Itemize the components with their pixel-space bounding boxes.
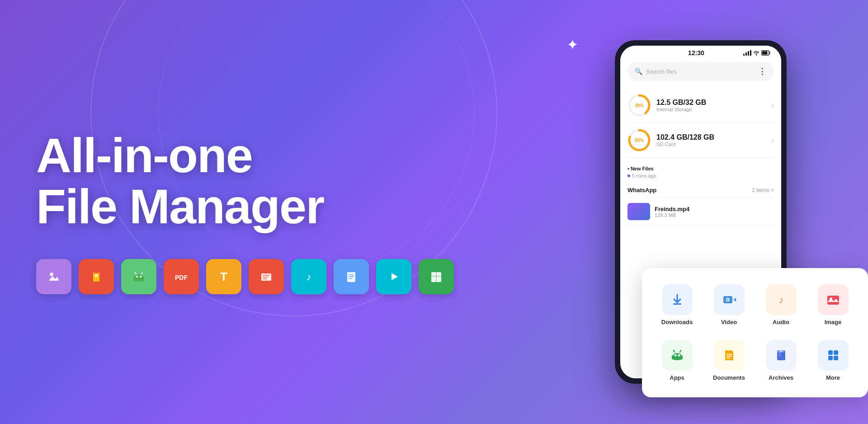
downloads-icon-wrap xyxy=(662,284,693,315)
image-file-icon xyxy=(36,259,71,294)
svg-rect-44 xyxy=(762,52,768,55)
svg-rect-84 xyxy=(834,356,838,360)
video-icon-wrap xyxy=(714,284,745,315)
more-icon-wrap xyxy=(818,340,849,371)
video-filename: Freinds.mp4 xyxy=(655,206,774,212)
sd-card-size: 102.4 GB/128 GB xyxy=(656,133,766,141)
menu-dots[interactable]: ⋮ xyxy=(758,66,767,76)
whatsapp-folder-item[interactable]: WhatsApp 2 items > xyxy=(627,182,774,198)
documents-icon xyxy=(721,347,738,364)
internal-storage-item[interactable]: 39% 12.5 GB/32 GB Internal Storage › xyxy=(627,88,774,123)
svg-point-12 xyxy=(140,276,142,278)
internal-storage-chevron: › xyxy=(771,101,774,110)
time-dot xyxy=(627,174,630,177)
svg-rect-80 xyxy=(825,347,842,364)
main-content: All-in-one File Manager xyxy=(0,0,868,424)
category-archives[interactable]: Archives xyxy=(755,333,807,388)
video-label: Video xyxy=(721,319,737,325)
music-file-icon: ♪ xyxy=(291,259,326,294)
svg-rect-77 xyxy=(779,353,781,354)
time-ago-text: 5 mins ago xyxy=(632,173,656,179)
archives-icon-wrap xyxy=(766,340,797,371)
sd-card-info: 102.4 GB/128 GB SD Card xyxy=(656,133,766,147)
video-file-item[interactable]: Freinds.mp4 128.3 MB xyxy=(627,198,774,225)
svg-rect-6 xyxy=(94,275,98,276)
title-line1: All-in-one xyxy=(36,128,252,183)
slides-file-icon xyxy=(249,259,284,294)
file-icon-row: PDF T xyxy=(36,259,552,294)
category-documents[interactable]: Documents xyxy=(703,333,755,388)
whatsapp-count: 2 items > xyxy=(752,187,774,193)
category-audio[interactable]: ♪ Audio xyxy=(755,277,807,333)
svg-text:T: T xyxy=(220,270,227,283)
svg-point-60 xyxy=(830,297,832,300)
internal-storage-ring: 39% xyxy=(627,94,651,117)
more-label: More xyxy=(826,374,840,381)
sd-card-ring: 80% xyxy=(627,128,651,152)
internal-storage-info: 12.5 GB/32 GB Internal Storage xyxy=(656,99,766,112)
image-cat-icon xyxy=(825,291,842,308)
category-downloads[interactable]: Downloads xyxy=(651,277,703,333)
internal-storage-size: 12.5 GB/32 GB xyxy=(656,99,766,107)
status-bar: 12:30 xyxy=(620,46,781,58)
category-more[interactable]: More xyxy=(807,333,859,388)
sd-card-item[interactable]: 80% 102.4 GB/128 GB SD Card › xyxy=(627,123,774,158)
video-thumbnail xyxy=(627,203,650,220)
search-placeholder: Search files xyxy=(646,68,755,75)
audio-icon-wrap: ♪ xyxy=(766,284,797,315)
status-icons xyxy=(743,50,770,56)
svg-rect-73 xyxy=(726,358,730,358)
sheets-file-icon xyxy=(419,259,454,294)
audio-icon: ♪ xyxy=(773,291,790,308)
internal-storage-percent: 39% xyxy=(635,103,644,108)
documents-label: Documents xyxy=(713,374,745,381)
svg-rect-32 xyxy=(349,278,352,279)
svg-rect-83 xyxy=(828,356,833,360)
battery-icon xyxy=(761,50,770,56)
search-bar[interactable]: 🔍 Search files ⋮ xyxy=(627,62,774,81)
svg-text:♪: ♪ xyxy=(778,294,783,306)
svg-rect-40 xyxy=(745,52,747,56)
apps-icon xyxy=(669,347,686,364)
right-panel: 12:30 xyxy=(570,40,832,384)
svg-rect-42 xyxy=(750,50,751,56)
svg-rect-50 xyxy=(673,303,681,305)
svg-rect-30 xyxy=(349,274,354,275)
archives-label: Archives xyxy=(769,374,793,381)
svg-rect-82 xyxy=(834,350,838,355)
svg-rect-25 xyxy=(263,278,267,279)
svg-rect-69 xyxy=(681,355,683,359)
category-video[interactable]: Video xyxy=(703,277,755,333)
recent-files-section: • New Files 5 mins ago WhatsApp 2 items … xyxy=(620,161,781,230)
apps-icon-wrap xyxy=(662,340,693,371)
pdf-file-icon: PDF xyxy=(164,259,199,294)
whatsapp-label: WhatsApp xyxy=(627,187,656,193)
svg-rect-41 xyxy=(748,51,749,56)
image-label: Image xyxy=(825,319,842,325)
status-time: 12:30 xyxy=(688,49,704,57)
svg-rect-24 xyxy=(263,277,268,278)
apps-label: Apps xyxy=(670,374,684,381)
video-file-details: Freinds.mp4 128.3 MB xyxy=(655,206,774,218)
archive-file-icon xyxy=(79,259,114,294)
internal-storage-label: Internal Storage xyxy=(656,107,766,112)
svg-point-1 xyxy=(50,273,53,276)
svg-rect-63 xyxy=(673,355,682,360)
svg-rect-81 xyxy=(828,350,833,355)
app-content: 🔍 Search files ⋮ 39% xyxy=(620,58,781,161)
category-apps[interactable]: Apps xyxy=(651,333,703,388)
wifi-icon xyxy=(753,50,760,56)
svg-point-11 xyxy=(136,276,138,278)
video-cat-icon xyxy=(721,291,738,308)
svg-rect-39 xyxy=(743,54,745,56)
title-line2: File Manager xyxy=(36,179,324,234)
sd-card-chevron: › xyxy=(771,136,774,145)
category-image[interactable]: Image xyxy=(807,277,859,333)
svg-point-64 xyxy=(674,354,676,357)
image-icon-wrap xyxy=(818,284,849,315)
sd-card-percent: 80% xyxy=(635,138,644,143)
svg-rect-16 xyxy=(142,277,144,281)
category-panel: Downloads Vid xyxy=(642,268,868,397)
category-grid: Downloads Vid xyxy=(651,277,859,388)
svg-rect-78 xyxy=(779,355,781,356)
